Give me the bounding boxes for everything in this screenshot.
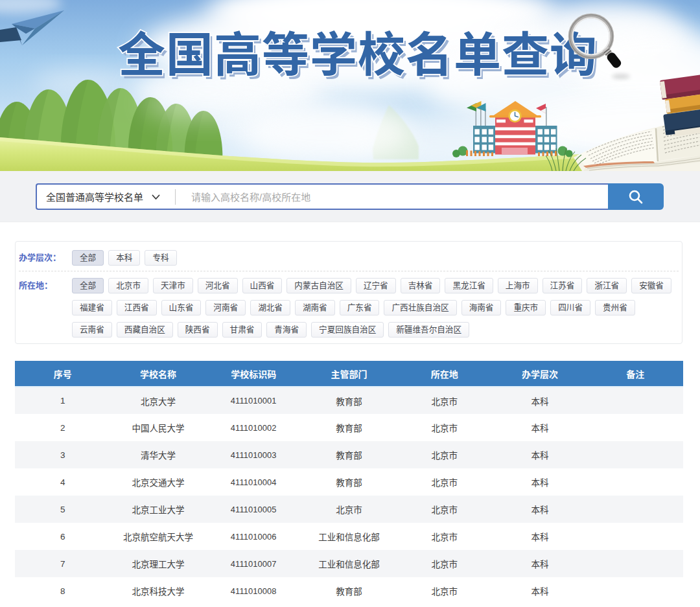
svg-text:全国高等学校名单查询: 全国高等学校名单查询 bbox=[118, 29, 598, 81]
